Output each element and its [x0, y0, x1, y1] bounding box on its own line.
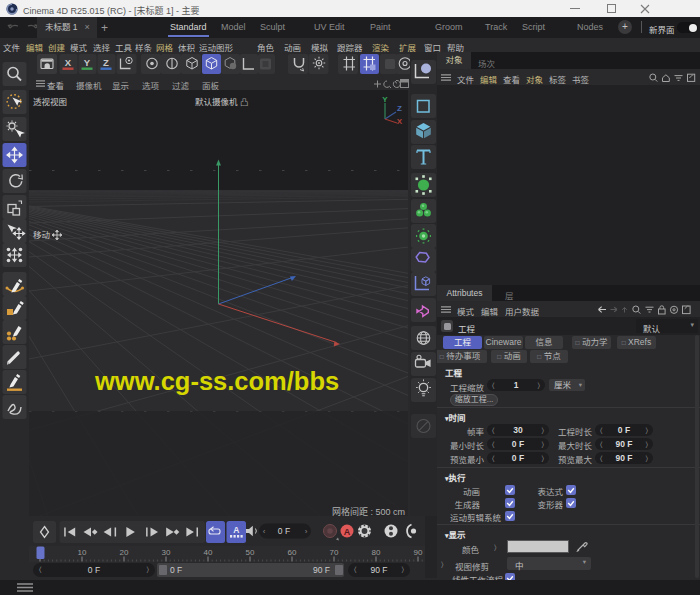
svg-text:30: 30 — [162, 548, 171, 557]
svg-text:90: 90 — [414, 548, 423, 557]
svg-text:A: A — [344, 527, 351, 537]
svg-text:60: 60 — [288, 548, 297, 557]
svg-text:X: X — [397, 117, 403, 124]
svg-text:40: 40 — [204, 548, 213, 557]
svg-text:Y: Y — [382, 95, 388, 104]
svg-text:X: X — [65, 57, 72, 68]
svg-text:‹: ‹ — [263, 527, 266, 536]
svg-text:70: 70 — [330, 548, 339, 557]
svg-text:0 F: 0 F — [278, 526, 290, 536]
svg-text:A: A — [233, 525, 239, 535]
svg-text:20: 20 — [120, 548, 129, 557]
svg-text:10: 10 — [78, 548, 87, 557]
svg-text:50: 50 — [246, 548, 255, 557]
svg-text:Y: Y — [84, 57, 91, 68]
svg-text:›: › — [305, 527, 308, 536]
svg-text:Z: Z — [397, 104, 402, 113]
svg-text:Z: Z — [103, 57, 109, 68]
svg-text:80: 80 — [372, 548, 381, 557]
